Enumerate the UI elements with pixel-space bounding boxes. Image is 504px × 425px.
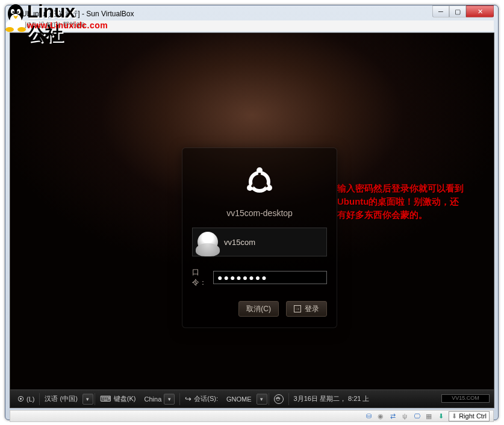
login-button-label: 登录 — [305, 304, 319, 314]
keyboard-value[interactable]: China — [141, 392, 179, 406]
close-button[interactable]: ✕ — [466, 5, 494, 17]
hdd-icon[interactable]: ⛁ — [364, 412, 373, 420]
virtualbox-icon: ▯ — [10, 10, 18, 18]
session-value[interactable]: GNOME — [223, 392, 255, 406]
keyboard-icon: ⌨ — [100, 394, 111, 403]
language-selector[interactable]: ⦿ (L) — [14, 392, 38, 406]
virtualbox-window: ▯ Ubuntu [正在运行] - Sun VirtualBox ─ ▢ ✕ 控… — [5, 5, 499, 420]
login-button-row: 取消(C) → 登录 — [192, 301, 327, 317]
accessibility-icon — [274, 394, 284, 404]
gdm-bottom-panel: ⦿ (L) 汉语 (中国) ⌨ 键盘(K) China ↪ 会话(S): — [10, 389, 494, 408]
cd-icon[interactable]: ◉ — [376, 412, 385, 420]
svg-point-10 — [257, 167, 263, 173]
kbd-value-label: China — [145, 396, 162, 403]
panel-separator — [179, 393, 180, 405]
virtualbox-statusbar: ⛁ ◉ ⇄ ψ 🖵 ▦ ⬇ ⬇ Right Ctrl — [10, 410, 494, 422]
shared-folder-icon[interactable]: 🖵 — [412, 412, 421, 420]
lang-key: ⦿ — [17, 396, 24, 403]
window-controls: ─ ▢ ✕ — [432, 5, 494, 17]
panel-separator — [288, 393, 289, 405]
username-label: vv15com — [224, 238, 255, 247]
vv15-watermark: VV15.COM — [441, 394, 490, 403]
svg-rect-13 — [258, 173, 261, 176]
host-key-indicator: ⬇ Right Ctrl — [449, 411, 490, 421]
menu-devices[interactable]: 设备(D) — [39, 21, 61, 28]
hostname-label: vv15com-desktop — [192, 208, 327, 218]
virtualbox-menubar[interactable]: 控制(M) 设备(D) 帮助(H) — [10, 20, 494, 31]
password-row: 口令： — [192, 267, 327, 288]
annotation-text: 输入密码然后登录你就可以看到Ubuntu的桌面啦！别激动，还有好多东西你会蒙的。 — [337, 182, 464, 221]
language-dropdown[interactable] — [82, 394, 93, 405]
password-input[interactable] — [213, 271, 327, 284]
usb-icon[interactable]: ψ — [400, 412, 409, 420]
session-dropdown[interactable] — [257, 394, 267, 405]
clock-text: 3月16日 星期二， 8:21 上 — [294, 394, 370, 403]
session-value-label: GNOME — [226, 396, 252, 403]
minimize-button[interactable]: ─ — [432, 5, 449, 17]
host-key-text: Right Ctrl — [459, 412, 487, 420]
window-title: Ubuntu [正在运行] - Sun VirtualBox — [22, 9, 134, 19]
panel-separator — [95, 393, 95, 405]
password-label: 口令： — [192, 267, 207, 288]
enter-icon: → — [294, 305, 301, 312]
lang-value-label: 汉语 (中国) — [45, 394, 77, 403]
guest-display: 输入密码然后登录你就可以看到Ubuntu的桌面啦！别激动，还有好多东西你会蒙的。… — [10, 33, 494, 408]
panel-separator — [39, 393, 40, 405]
kbd-label: 键盘(K) — [114, 394, 136, 403]
user-selector[interactable]: vv15com — [192, 228, 327, 256]
gdm-login-panel: vv15com-desktop vv15com 口令： 取消(C) → 登录 — [182, 147, 337, 328]
menu-control[interactable]: 控制(M) — [13, 21, 37, 28]
keyboard-selector[interactable]: ⌨ 键盘(K) — [96, 392, 140, 406]
window-titlebar[interactable]: ▯ Ubuntu [正在运行] - Sun VirtualBox — [10, 10, 494, 20]
cancel-button-label: 取消(C) — [246, 304, 271, 314]
session-selector[interactable]: ↪ 会话(S): — [181, 392, 222, 406]
accessibility-button[interactable] — [270, 392, 287, 406]
network-icon[interactable]: ⇄ — [388, 412, 397, 420]
ubuntu-logo-icon — [192, 165, 327, 199]
clock: 3月16日 星期二， 8:21 上 — [290, 392, 373, 406]
session-icon: ↪ — [185, 394, 191, 403]
lang-accel: (L) — [26, 396, 34, 403]
cancel-button[interactable]: 取消(C) — [238, 301, 279, 317]
mouse-icon[interactable]: ⬇ — [437, 412, 445, 420]
vrdp-icon[interactable]: ▦ — [425, 412, 433, 420]
menu-help[interactable]: 帮助(H) — [63, 21, 85, 28]
panel-separator — [269, 393, 269, 405]
login-button[interactable]: → 登录 — [286, 301, 327, 317]
language-value[interactable]: 汉语 (中国) — [41, 392, 81, 406]
maximize-button[interactable]: ▢ — [449, 5, 466, 17]
session-label: 会话(S): — [194, 394, 218, 403]
keyboard-dropdown[interactable] — [164, 394, 175, 405]
user-avatar-icon — [198, 232, 218, 252]
